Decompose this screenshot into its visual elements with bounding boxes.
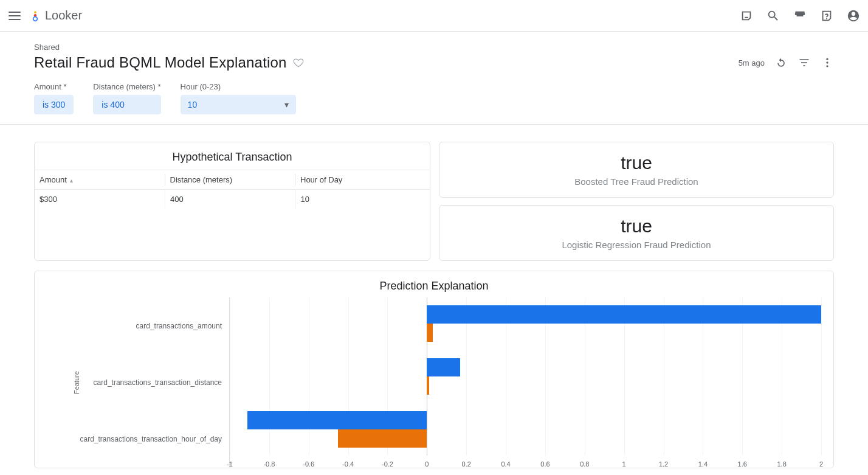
y-axis-label: Feature	[73, 371, 80, 394]
tile-prediction-explanation: Prediction Explanation Feature card_tran…	[34, 271, 834, 468]
cell-amount: $300	[35, 190, 165, 209]
x-tick: 0	[425, 460, 429, 468]
x-tick: -0.4	[342, 460, 354, 468]
x-axis-ticks: -1-0.8-0.6-0.4-0.200.20.40.60.811.21.41.…	[230, 456, 821, 468]
app-logo[interactable]: Looker	[29, 9, 82, 23]
col-distance[interactable]: Distance (meters)	[165, 170, 296, 190]
prediction-value: true	[621, 153, 652, 173]
svg-point-3	[826, 58, 828, 60]
help-icon[interactable]	[819, 9, 834, 23]
x-tick: 0.6	[540, 460, 549, 468]
marketplace-icon[interactable]	[793, 9, 807, 23]
refresh-icon[interactable]	[774, 56, 788, 69]
chart-plot-area: -1-0.8-0.6-0.4-0.200.20.40.60.811.21.41.…	[229, 297, 821, 468]
x-tick: 0.2	[462, 460, 471, 468]
sort-asc-icon: ▴	[70, 177, 73, 184]
breadcrumb[interactable]: Shared	[34, 43, 834, 52]
transaction-table: Amount ▴ Distance (meters) Hour of Day $…	[35, 170, 430, 209]
tile-logistic-prediction: true Logistic Regression Fraud Predictio…	[439, 205, 834, 261]
cell-hour: 10	[295, 190, 430, 209]
tile-boosted-prediction: true Boosted Tree Fraud Prediction	[439, 142, 834, 198]
svg-point-4	[826, 61, 828, 63]
col-amount[interactable]: Amount ▴	[35, 170, 165, 190]
x-tick: 1	[622, 460, 626, 468]
last-refresh-label: 5m ago	[739, 58, 765, 68]
filter-amount: Amount * is 300	[34, 82, 74, 114]
chart-category: card_transactions_transaction_hour_of_da…	[47, 411, 229, 468]
tile-hypothetical-transaction: Hypothetical Transaction Amount ▴ Distan…	[34, 142, 430, 261]
x-tick: 0.4	[501, 460, 510, 468]
svg-point-1	[34, 14, 36, 16]
filter-icon[interactable]	[797, 56, 811, 69]
x-tick: -1	[227, 460, 233, 468]
explanation-chart: Feature card_transactions_amount card_tr…	[35, 297, 833, 468]
filter-distance: Distance (meters) * is 400	[93, 82, 160, 114]
dashboard-content: Hypothetical Transaction Amount ▴ Distan…	[0, 125, 868, 468]
prediction-value: true	[621, 216, 652, 236]
filter-distance-value[interactable]: is 400	[93, 95, 160, 114]
page-title: Retail Fraud BQML Model Explanation	[34, 54, 287, 71]
chart-bar	[247, 411, 427, 429]
x-tick: 1.6	[738, 460, 747, 468]
filter-hour-select[interactable]: 10 ▾	[181, 95, 296, 114]
filter-amount-value[interactable]: is 300	[34, 95, 74, 114]
svg-point-2	[33, 16, 38, 21]
top-bar: Looker	[0, 0, 868, 32]
x-tick: 2	[819, 460, 823, 468]
x-tick: 1.2	[659, 460, 668, 468]
dashboard-header: Shared Retail Fraud BQML Model Explanati…	[0, 32, 868, 125]
filter-hour-value: 10	[188, 100, 198, 109]
filter-label: Hour (0-23)	[181, 82, 296, 91]
cell-distance: 400	[165, 190, 296, 209]
search-icon[interactable]	[766, 9, 780, 23]
looker-logo-icon	[29, 10, 41, 22]
chart-bar	[427, 376, 429, 395]
chevron-down-icon: ▾	[284, 100, 289, 109]
inbox-icon[interactable]	[739, 9, 754, 23]
filters-row: Amount * is 300 Distance (meters) * is 4…	[34, 82, 834, 114]
tile-title: Hypothetical Transaction	[35, 142, 430, 170]
grid-line	[309, 297, 309, 456]
filter-hour: Hour (0-23) 10 ▾	[181, 82, 296, 114]
chart-category: card_transactions_amount	[47, 297, 229, 354]
chart-bar	[338, 429, 427, 448]
filter-label: Distance (meters) *	[93, 82, 160, 91]
x-tick: -0.2	[382, 460, 393, 468]
grid-line	[821, 297, 822, 456]
app-name: Looker	[45, 9, 82, 23]
prediction-label: Boosted Tree Fraud Prediction	[574, 176, 698, 187]
chart-bar	[427, 358, 460, 376]
x-tick: 0.8	[580, 460, 589, 468]
tile-title: Prediction Explanation	[35, 280, 833, 293]
grid-line	[269, 297, 270, 456]
x-tick: 1.4	[698, 460, 708, 468]
prediction-label: Logistic Regression Fraud Prediction	[562, 240, 711, 250]
account-icon[interactable]	[846, 9, 861, 23]
favorite-icon[interactable]	[293, 57, 304, 68]
chart-bar	[427, 324, 433, 342]
x-tick: -0.6	[303, 460, 314, 468]
col-hour[interactable]: Hour of Day	[295, 170, 430, 190]
grid-line	[230, 297, 230, 456]
more-icon[interactable]	[821, 56, 834, 69]
x-tick: 1.8	[777, 460, 786, 468]
table-row: $300 400 10	[35, 190, 430, 209]
menu-icon[interactable]	[7, 9, 22, 23]
svg-point-0	[34, 11, 36, 13]
svg-point-5	[826, 65, 828, 67]
filter-label: Amount *	[34, 82, 74, 91]
x-tick: -0.8	[263, 460, 275, 468]
chart-bar	[427, 305, 821, 324]
